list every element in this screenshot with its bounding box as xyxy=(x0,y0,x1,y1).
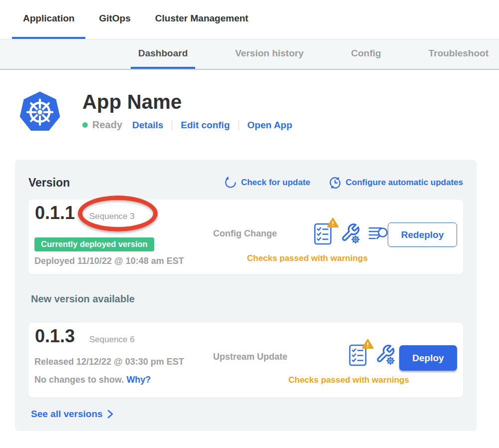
redeploy-button[interactable]: Redeploy xyxy=(388,223,457,247)
edit-config-link[interactable]: Edit config xyxy=(181,120,230,131)
see-all-versions-link[interactable]: See all versions xyxy=(31,409,463,420)
checks-warning-text: Checks passed with warnings xyxy=(247,253,368,263)
status-ready-dot-icon xyxy=(82,122,88,128)
current-version-sequence: Sequence 3 xyxy=(89,212,135,222)
currently-deployed-badge: Currently deployed version xyxy=(34,237,154,251)
config-wrench-icon[interactable] xyxy=(340,223,360,244)
see-all-versions-label: See all versions xyxy=(31,409,103,420)
current-version-number: 0.1.1 xyxy=(35,203,75,224)
configure-automatic-updates-link[interactable]: Configure automatic updates xyxy=(328,176,463,190)
new-version-icons xyxy=(348,343,395,367)
refresh-icon xyxy=(224,176,237,189)
tab-version-history[interactable]: Version history xyxy=(228,39,311,69)
no-changes-line: No changes to show. Why? xyxy=(34,375,151,385)
app-name-title: App Name xyxy=(82,90,292,113)
tab-gitops[interactable]: GitOps xyxy=(88,0,141,39)
current-version-card: 0.1.1 Sequence 3 Currently deployed vers… xyxy=(28,200,463,274)
tab-cluster-management[interactable]: Cluster Management xyxy=(144,0,259,39)
check-for-update-label: Check for update xyxy=(241,178,310,188)
open-app-link[interactable]: Open App xyxy=(248,120,292,131)
new-version-sequence: Sequence 6 xyxy=(89,335,135,345)
preflight-checklist-icon[interactable] xyxy=(313,222,333,245)
current-version-icons xyxy=(313,222,389,245)
preflight-checklist-icon[interactable] xyxy=(348,343,368,367)
version-panel-title: Version xyxy=(28,176,70,190)
divider xyxy=(172,120,172,131)
no-changes-text: No changes to show. xyxy=(34,375,124,385)
auto-update-clock-icon xyxy=(328,176,342,190)
version-panel-header: Version Check for update Configure autom… xyxy=(28,175,463,191)
new-version-heading: New version available xyxy=(31,293,463,305)
chevron-right-icon xyxy=(107,409,114,419)
tab-config[interactable]: Config xyxy=(344,39,389,69)
new-version-card: 0.1.3 Sequence 6 Released 12/12/22 @ 03:… xyxy=(28,323,463,398)
top-navigation: Application GitOps Cluster Management xyxy=(0,0,499,39)
checks-warning-text: Checks passed with warnings xyxy=(288,375,409,385)
tab-dashboard[interactable]: Dashboard xyxy=(131,39,195,69)
deploy-button[interactable]: Deploy xyxy=(399,345,457,371)
version-panel: Version Check for update Configure autom… xyxy=(15,160,477,431)
warning-triangle-icon xyxy=(362,339,374,349)
app-header-text: App Name Ready Details Edit config Open … xyxy=(82,89,292,134)
released-timestamp: Released 12/12/22 @ 03:30 pm EST xyxy=(34,357,184,367)
divider xyxy=(239,120,239,131)
check-for-update-link[interactable]: Check for update xyxy=(224,176,310,189)
deployed-timestamp: Deployed 11/10/22 @ 10:48 am EST xyxy=(34,256,184,266)
release-type-label: Config Change xyxy=(213,228,277,239)
kubernetes-logo-icon xyxy=(17,89,62,134)
status-label: Ready xyxy=(92,119,122,131)
file-search-icon[interactable] xyxy=(368,224,389,243)
new-version-number: 0.1.3 xyxy=(35,326,75,347)
app-status-row: Ready Details Edit config Open App xyxy=(82,119,292,131)
why-link[interactable]: Why? xyxy=(126,375,151,385)
release-type-label: Upstream Update xyxy=(213,352,287,362)
tab-application[interactable]: Application xyxy=(12,0,85,39)
tab-troubleshoot[interactable]: Troubleshoot xyxy=(421,39,496,69)
config-wrench-icon[interactable] xyxy=(375,344,395,366)
details-link[interactable]: Details xyxy=(132,120,163,131)
configure-automatic-updates-label: Configure automatic updates xyxy=(346,178,463,188)
app-header: App Name Ready Details Edit config Open … xyxy=(17,89,499,134)
warning-triangle-icon xyxy=(327,218,339,228)
version-panel-actions: Check for update Configure automatic upd… xyxy=(224,176,463,190)
app-sub-navigation: Dashboard Version history Config Trouble… xyxy=(0,39,499,70)
